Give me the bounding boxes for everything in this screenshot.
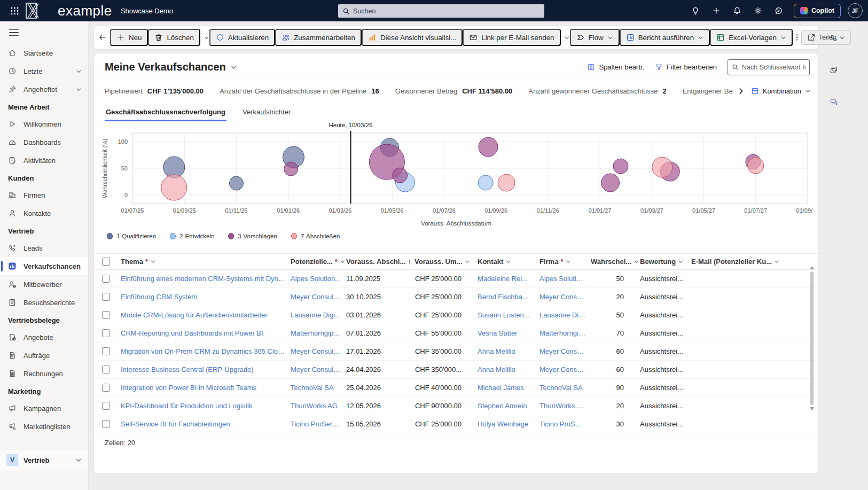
legend-item[interactable]: 7-Abschließen xyxy=(291,233,340,239)
command-link-per-e-mail-senden[interactable]: Link per E-Mail senden xyxy=(463,29,560,46)
combination-selector[interactable]: Kombination xyxy=(751,87,811,95)
table-row[interactable]: Einführung eines modernen CRM-Systems mi… xyxy=(94,270,818,288)
legend-item[interactable]: 3-Vorschlagen xyxy=(228,233,277,239)
command-neu[interactable]: Neu xyxy=(110,29,148,46)
cell[interactable]: CRM-Reporting und Dashboards mit Power B… xyxy=(121,329,291,337)
sidebar-item-verkaufschancen[interactable]: Verkaufschancen xyxy=(0,257,88,275)
bubble-7-Abschließen[interactable] xyxy=(652,157,672,177)
cell[interactable]: Michael James xyxy=(478,384,539,392)
column-header-2[interactable]: Vorauss. Abschl... ↑ xyxy=(346,258,415,266)
column-menu-chevron-icon[interactable] xyxy=(464,259,470,265)
copilot-pane-button[interactable] xyxy=(826,62,842,78)
column-header-6[interactable]: Wahrschei... xyxy=(591,258,640,266)
sidebar-item-leads[interactable]: Leads xyxy=(0,239,88,257)
cell[interactable]: ThunWorks AG xyxy=(539,402,591,410)
row-checkbox[interactable] xyxy=(102,384,110,392)
grid-scrollbar[interactable] xyxy=(809,266,815,473)
bubble-3-Vorschlagen[interactable] xyxy=(393,168,408,183)
cell[interactable]: Meyer Consult... xyxy=(539,365,591,374)
cell[interactable]: Madeleine Rei... xyxy=(478,275,539,283)
sidebar-item-firmen[interactable]: Firmen xyxy=(0,186,88,204)
row-checkbox[interactable] xyxy=(102,365,110,374)
sidebar-item-rechnungen[interactable]: Rechnungen xyxy=(0,364,88,383)
cell[interactable]: Bernd Fischba... xyxy=(478,293,539,301)
sidebar-item-kontakte[interactable]: Kontakte xyxy=(0,204,88,222)
cell[interactable]: Susann Lusten... xyxy=(478,311,539,319)
bubble-7-Abschließen[interactable] xyxy=(748,158,764,174)
cell[interactable]: Ticino ProServ... xyxy=(291,420,346,428)
cell[interactable]: Lausanne Digi... xyxy=(291,311,346,319)
global-search-input[interactable] xyxy=(353,7,540,15)
bubble-3-Vorschlagen[interactable] xyxy=(613,159,628,174)
scroll-down-icon[interactable] xyxy=(810,407,814,410)
add-button[interactable] xyxy=(708,3,724,19)
column-menu-chevron-icon[interactable] xyxy=(565,259,571,265)
cell[interactable]: Einführung eines modernen CRM-Systems mi… xyxy=(121,275,291,283)
sidebar-item-willkommen[interactable]: Willkommen xyxy=(0,115,88,133)
cell[interactable]: KPI-Dashboard für Produktion und Logisti… xyxy=(121,402,291,410)
cell[interactable]: Vesna Sutter xyxy=(478,329,539,337)
bubble-7-Abschließen[interactable] xyxy=(498,174,515,191)
command-flow[interactable]: Flow xyxy=(570,29,620,46)
command-diese-ansicht-visualisi-[interactable]: Diese Ansicht visualisi... xyxy=(362,29,463,46)
column-header-4[interactable]: Kontakt xyxy=(478,258,539,266)
cell[interactable]: Ticino ProServ... xyxy=(539,420,591,428)
column-menu-chevron-icon[interactable] xyxy=(340,259,346,265)
tab-sales-funnel[interactable]: Verkaufstrichter xyxy=(241,103,292,121)
legend-item[interactable]: 2-Entwickeln xyxy=(170,233,214,239)
column-header-1[interactable]: Potenzielle... * xyxy=(291,258,346,266)
sidebar-item-marketinglisten[interactable]: Marketinglisten xyxy=(0,417,88,435)
cell[interactable]: Matterhorngip... xyxy=(291,329,346,337)
cell[interactable]: TechnoVal SA xyxy=(291,384,346,392)
feedback-button[interactable] xyxy=(771,3,787,19)
sidebar-item-mitbewerber[interactable]: Mitbewerber xyxy=(0,275,88,293)
settings-button[interactable] xyxy=(750,3,766,19)
sidebar-item-angeheftet[interactable]: Angeheftet xyxy=(0,80,88,98)
table-row[interactable]: Einführung CRM SystemMeyer Consult...30.… xyxy=(94,288,818,306)
cell[interactable]: Migration von On-Prem CRM zu Dynamics 36… xyxy=(121,347,291,355)
cell[interactable]: TechnoVal SA xyxy=(539,384,591,392)
command-aktualisieren[interactable]: Aktualisieren xyxy=(209,29,275,46)
command-zusammenarbeiten[interactable]: Zusammenarbeiten xyxy=(275,29,362,46)
row-checkbox[interactable] xyxy=(102,402,110,410)
command-overflow-chevron[interactable] xyxy=(204,29,209,46)
table-row[interactable]: Migration von On-Prem CRM zu Dynamics 36… xyxy=(94,343,818,361)
table-row[interactable]: Interesse Business Central (ERP-Upgrade)… xyxy=(94,361,818,379)
cell[interactable]: ThunWorks AG xyxy=(291,402,346,410)
cell[interactable]: Meyer Consult... xyxy=(291,365,346,374)
cell[interactable]: Meyer Consult... xyxy=(291,293,346,301)
cell[interactable]: Lausanne Digi... xyxy=(539,311,591,319)
cell[interactable]: Mobile CRM-Lösung für Außendienstmitarbe… xyxy=(121,311,291,319)
view-selector[interactable]: Meine Verkaufschancen xyxy=(105,61,237,73)
cell[interactable]: Stephen Amrein xyxy=(478,402,539,410)
app-launcher-waffle-icon[interactable] xyxy=(5,2,24,20)
cell[interactable]: Hülya Weinhage xyxy=(478,420,539,428)
column-header-5[interactable]: Firma * xyxy=(539,258,591,266)
column-header-8[interactable]: E-Mail (Potenzieller Ku... xyxy=(691,258,818,266)
lightbulb-button[interactable] xyxy=(687,3,703,19)
column-header-7[interactable]: Bewertung xyxy=(640,258,691,266)
select-all-checkbox[interactable] xyxy=(102,258,110,266)
bubble-3-Vorschlagen[interactable] xyxy=(284,162,298,176)
bell-button[interactable] xyxy=(729,3,745,19)
row-checkbox[interactable] xyxy=(102,329,110,337)
copilot-button[interactable]: Copilot xyxy=(794,4,841,18)
tab-deal-tracking[interactable]: Geschäftsabschlussnachverfolgung xyxy=(105,103,226,121)
table-row[interactable]: Integration von Power BI in Microsoft Te… xyxy=(94,379,818,397)
cell[interactable]: Alpes Solution... xyxy=(291,275,346,283)
keyword-filter-input[interactable] xyxy=(742,64,806,71)
cell[interactable]: Alpes Solution... xyxy=(539,275,591,283)
bubble-2-Entwickeln[interactable] xyxy=(478,175,493,190)
row-checkbox[interactable] xyxy=(102,293,110,301)
command-excel-vorlagen[interactable]: Excel-Vorlagen xyxy=(710,29,793,46)
collapse-sitemap-button[interactable] xyxy=(4,22,24,43)
sidebar-item-dashboards[interactable]: Dashboards xyxy=(0,133,88,151)
cell[interactable]: Self-Service BI für Fachabteilungen xyxy=(121,420,291,428)
sidebar-item-letzte[interactable]: Letzte xyxy=(0,62,88,80)
cell[interactable]: Matterhorngip... xyxy=(539,329,591,337)
keyword-filter-box[interactable] xyxy=(728,59,810,75)
global-search[interactable] xyxy=(338,4,544,18)
cell[interactable]: Einführung CRM System xyxy=(121,293,291,301)
row-checkbox[interactable] xyxy=(102,275,110,283)
cell[interactable]: Meyer Consult... xyxy=(539,293,591,301)
